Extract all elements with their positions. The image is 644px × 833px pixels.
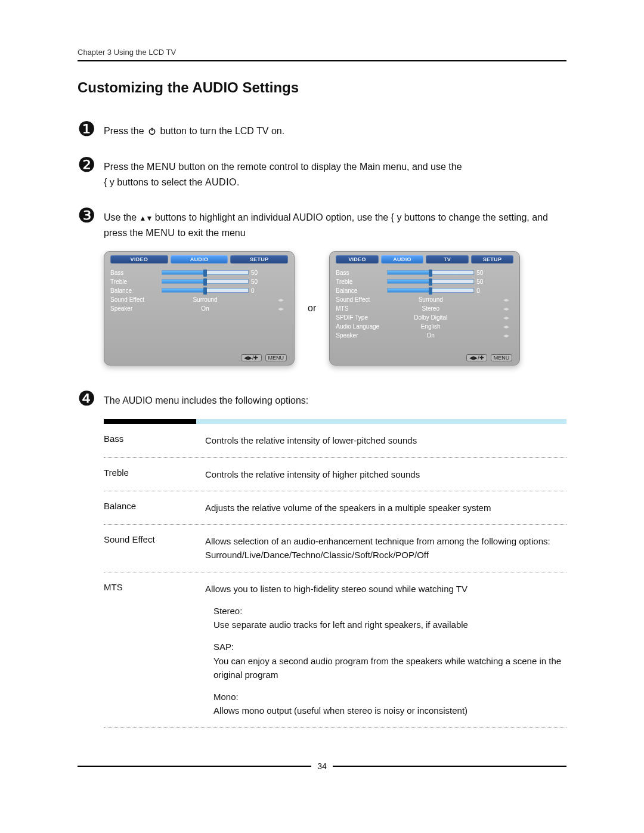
option-desc-text: Allows selection of an audio-enhancement… bbox=[205, 534, 566, 562]
option-sub-body: Use separate audio tracks for left and r… bbox=[213, 618, 566, 631]
osd-audio-menu-right: VIDEOAUDIOTVSETUP Bass50Treble50Balance0… bbox=[329, 251, 520, 366]
running-header: Chapter 3 Using the LCD TV bbox=[78, 48, 566, 57]
osd-row-label: Speaker bbox=[110, 305, 162, 312]
osd-row-control: On bbox=[387, 332, 474, 339]
page-footer: 34 bbox=[78, 761, 566, 771]
page-number: 34 bbox=[317, 761, 327, 771]
option-sub-body: Allows mono output (useful when stereo i… bbox=[213, 704, 566, 717]
osd-row-label: Bass bbox=[336, 270, 387, 276]
osd-row-control: Surround bbox=[387, 296, 474, 303]
option-desc-text: Allows you to listen to high-fidelity st… bbox=[205, 582, 566, 596]
osd-row: Sound EffectSurround◂▸ bbox=[336, 295, 513, 304]
up-down-arrows-icon: ▲▼ bbox=[140, 214, 153, 222]
osd-row-label: Treble bbox=[110, 278, 162, 285]
footer-rule bbox=[78, 766, 311, 767]
slider-icon bbox=[387, 270, 474, 275]
osd-enum-value: English bbox=[421, 323, 441, 330]
slider-icon bbox=[162, 279, 249, 284]
osd-row: Treble50 bbox=[110, 277, 288, 286]
osd-hint-menu: MENU bbox=[265, 354, 287, 361]
footer-rule bbox=[333, 766, 566, 767]
text: button to turn the LCD TV on. bbox=[160, 126, 284, 136]
osd-enum-value: On bbox=[201, 305, 209, 312]
osd-row: Balance0 bbox=[336, 286, 513, 295]
option-desc: Controls the relative intensity of highe… bbox=[205, 467, 566, 481]
osd-row: MTSStereo◂▸ bbox=[336, 304, 513, 312]
osd-row-label: Balance bbox=[336, 287, 387, 294]
osd-preview-row: VIDEOAUDIOSETUP Bass50Treble50Balance0So… bbox=[104, 251, 566, 366]
or-label: or bbox=[308, 303, 316, 314]
step-text: Use the ▲▼ buttons to highlight an indiv… bbox=[104, 200, 566, 240]
option-desc: Allows selection of an audio-enhancement… bbox=[205, 534, 566, 562]
option-row: TrebleControls the relative intensity of… bbox=[104, 458, 566, 491]
osd-hint-menu: MENU bbox=[491, 354, 513, 361]
osd-row: SpeakerOn◂▸ bbox=[336, 331, 513, 339]
osd-row-control bbox=[162, 279, 249, 284]
osd-row-label: Balance bbox=[110, 287, 162, 294]
option-term: Treble bbox=[104, 467, 205, 481]
page-title: Customizing the AUDIO Settings bbox=[78, 79, 566, 96]
option-row: BassControls the relative intensity of l… bbox=[104, 424, 566, 457]
osd-row-control bbox=[387, 279, 474, 284]
osd-row-control: Surround bbox=[162, 296, 249, 303]
osd-row-label: Speaker bbox=[336, 332, 387, 339]
option-term: Sound Effect bbox=[104, 534, 205, 562]
osd-enum-value: Dolby Digital bbox=[414, 314, 447, 321]
left-right-arrows-icon: ◂▸ bbox=[499, 332, 513, 339]
osd-row-control bbox=[162, 270, 249, 275]
option-subitem: Mono:Allows mono output (useful when ste… bbox=[213, 690, 566, 718]
option-desc-text: Adjusts the relative volume of the speak… bbox=[205, 501, 566, 515]
step-2: ❷ Press the MENU button on the remote co… bbox=[78, 150, 566, 190]
osd-row-control bbox=[162, 288, 249, 293]
left-right-arrows-icon: ◂▸ bbox=[274, 296, 288, 303]
osd-row-label: Sound Effect bbox=[110, 296, 162, 303]
osd-enum-value: Stereo bbox=[422, 305, 439, 312]
left-right-arrows-icon: ◂▸ bbox=[499, 314, 513, 321]
osd-row-value: 50 bbox=[474, 270, 499, 276]
option-desc: Allows you to listen to high-fidelity st… bbox=[205, 582, 566, 718]
option-row: BalanceAdjusts the relative volume of th… bbox=[104, 491, 566, 525]
left-right-arrows-icon: ◂▸ bbox=[499, 296, 513, 303]
osd-row: Audio LanguageEnglish◂▸ bbox=[336, 322, 513, 330]
osd-row-control: On bbox=[162, 305, 249, 312]
slider-icon bbox=[387, 279, 474, 284]
osd-row-control: Stereo bbox=[387, 305, 474, 312]
osd-enum-value: Surround bbox=[193, 296, 217, 303]
text: to exit the menu bbox=[175, 228, 245, 238]
header-rule bbox=[78, 60, 566, 61]
osd-row-value: 0 bbox=[249, 287, 274, 294]
osd-row: Bass50 bbox=[336, 268, 513, 277]
step-text: Press the button to turn the LCD TV on. bbox=[104, 114, 566, 139]
option-term: MTS bbox=[104, 582, 205, 718]
left-right-arrows-icon: ◂▸ bbox=[499, 323, 513, 330]
option-subitem: SAP:You can enjoy a second audio program… bbox=[213, 640, 566, 682]
text: Use the bbox=[104, 212, 140, 222]
osd-tab: VIDEO bbox=[336, 255, 379, 264]
left-right-arrows-icon: ◂▸ bbox=[274, 305, 288, 312]
osd-row: Balance0 bbox=[110, 286, 288, 295]
option-desc-text: Controls the relative intensity of highe… bbox=[205, 467, 566, 481]
osd-row-control: Dolby Digital bbox=[387, 314, 474, 321]
osd-row: SpeakerOn◂▸ bbox=[110, 304, 288, 312]
osd-tab: TV bbox=[426, 255, 469, 264]
option-term: Bass bbox=[104, 433, 205, 447]
audio-label: AUDIO bbox=[205, 177, 237, 187]
manual-page: Chapter 3 Using the LCD TV Customizing t… bbox=[0, 0, 644, 833]
osd-tab: AUDIO bbox=[381, 255, 424, 264]
left-right-arrows-icon: ◂▸ bbox=[499, 305, 513, 312]
option-term: Balance bbox=[104, 501, 205, 515]
table-lead-bar bbox=[104, 419, 566, 424]
text: . bbox=[237, 177, 239, 187]
osd-row-label: Sound Effect bbox=[336, 296, 387, 303]
osd-row-value: 50 bbox=[249, 270, 274, 276]
osd-row-value: 50 bbox=[474, 278, 499, 285]
osd-enum-value: On bbox=[427, 332, 435, 339]
slider-icon bbox=[162, 288, 249, 293]
osd-tab: SETUP bbox=[230, 255, 288, 264]
text: Press the bbox=[104, 126, 147, 136]
menu-key: MENU bbox=[145, 228, 175, 238]
option-row: MTSAllows you to listen to high-fidelity… bbox=[104, 572, 566, 728]
option-sub-body: You can enjoy a second audio program fro… bbox=[213, 654, 566, 682]
osd-row: SPDIF TypeDolby Digital◂▸ bbox=[336, 313, 513, 321]
osd-row-label: Audio Language bbox=[336, 323, 387, 330]
